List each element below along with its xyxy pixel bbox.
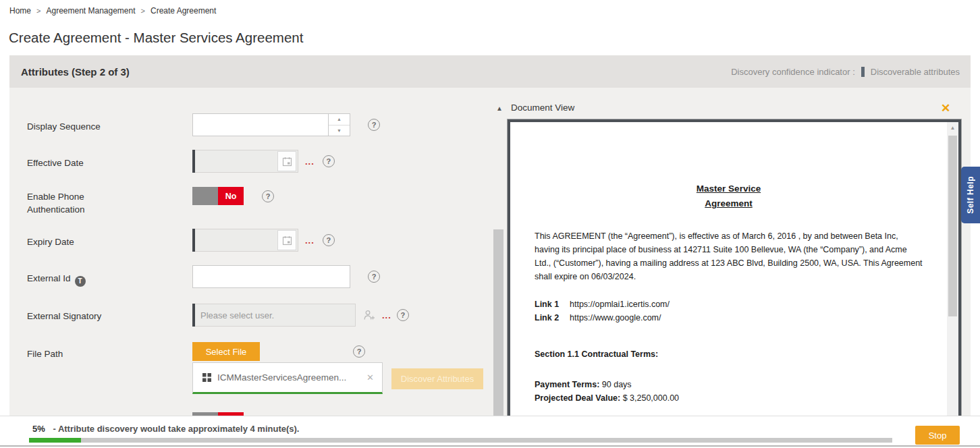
bottom-divider xyxy=(0,445,980,447)
effective-date-help-icon[interactable]: ? xyxy=(323,155,335,167)
display-sequence-control: ▲ ▼ ? xyxy=(192,113,380,136)
external-id-input[interactable] xyxy=(192,265,350,288)
display-sequence-spinner: ▲ ▼ xyxy=(329,113,350,136)
status-message: 5% - Attribute discovery would take appr… xyxy=(32,424,299,434)
selected-file-chip: ICMMasterServicesAgreemen... ✕ xyxy=(192,362,383,394)
document-content: Master Service Agreement This AGREEMENT … xyxy=(510,122,947,416)
breadcrumb-separator-icon: > xyxy=(141,7,145,15)
status-bar: 5% - Attribute discovery would take appr… xyxy=(0,416,980,448)
breadcrumb-home[interactable]: Home xyxy=(9,6,31,16)
file-path-label: File Path xyxy=(27,347,162,360)
effective-date-input[interactable] xyxy=(195,150,277,172)
file-path-help-icon[interactable]: ? xyxy=(353,345,365,358)
document-links: Link 1 https://opmlai1.icertis.com/ Link… xyxy=(535,298,923,325)
external-signatory-help-icon[interactable]: ? xyxy=(397,309,409,321)
external-id-label: External IdT xyxy=(27,272,162,287)
expiry-date-control: ... ? xyxy=(192,229,335,252)
discover-attributes-button[interactable]: Discover Attributes xyxy=(391,368,483,389)
toggle-value-label: No xyxy=(218,187,244,205)
panel-step-title: Attributes (Step 2 of 3) xyxy=(21,66,130,78)
self-help-label: Self Help xyxy=(966,176,975,214)
expiry-date-input[interactable] xyxy=(195,229,277,251)
text-type-badge-icon: T xyxy=(75,276,86,287)
legend-item-label: Discoverable attributes xyxy=(871,67,960,77)
effective-date-calendar-icon[interactable] xyxy=(277,151,296,171)
deal-value-label: Projected Deal Value: xyxy=(535,393,620,403)
document-view-collapse-icon[interactable]: ▲ xyxy=(496,105,503,112)
file-type-grid-icon xyxy=(202,373,211,382)
payment-terms-line: Payment Terms: 90 days xyxy=(535,378,923,391)
external-id-control: ? xyxy=(192,265,380,288)
toggle-off-side xyxy=(192,187,218,205)
display-sequence-help-icon[interactable]: ? xyxy=(368,119,380,131)
payment-terms-label: Payment Terms: xyxy=(535,380,599,389)
link-label: Link 1 xyxy=(535,298,570,311)
enable-phone-authentication-help-icon[interactable]: ? xyxy=(262,190,274,202)
document-view-title: Document View xyxy=(511,103,574,113)
document-heading-line1: Master Service xyxy=(697,184,761,194)
external-id-help-icon[interactable]: ? xyxy=(368,271,380,283)
document-link-row: Link 1 https://opmlai1.icertis.com/ xyxy=(535,298,923,311)
attributes-panel: Attributes (Step 2 of 3) Discovery confi… xyxy=(9,55,971,416)
document-intro-paragraph: This AGREEMENT (the “Agreement”), is eff… xyxy=(535,229,923,283)
document-scrollbar[interactable]: ▲ xyxy=(947,122,958,416)
expiry-date-field xyxy=(195,229,298,252)
form-scrollbar[interactable] xyxy=(493,229,503,416)
breadcrumb-create-agreement[interactable]: Create Agreement xyxy=(151,6,216,16)
effective-date-field xyxy=(195,150,298,173)
remove-file-icon[interactable]: ✕ xyxy=(365,371,375,384)
document-link-row: Link 2 https://www.google.com/ xyxy=(535,311,923,325)
document-heading-line2: Agreement xyxy=(705,198,753,208)
discovery-confidence-legend: Discovery confidence indicator : Discove… xyxy=(731,67,960,77)
expiry-date-more-icon[interactable]: ... xyxy=(305,235,315,246)
document-heading: Master Service Agreement xyxy=(535,181,923,211)
discoverable-attribute-marker-icon xyxy=(861,67,865,77)
payment-terms-value: 90 days xyxy=(602,380,632,389)
document-view-close-icon[interactable]: ✕ xyxy=(941,101,950,115)
file-path-control: Select File ? xyxy=(192,342,365,361)
page-title: Create Agreement - Master Services Agree… xyxy=(9,30,303,46)
deal-value-value: $ 3,250,000.00 xyxy=(623,393,679,403)
scroll-up-icon[interactable]: ▲ xyxy=(947,122,958,134)
effective-date-label: Effective Date xyxy=(27,157,162,169)
select-user-icon[interactable] xyxy=(364,310,375,320)
selected-file-name: ICMMasterServicesAgreemen... xyxy=(217,372,365,383)
enable-phone-authentication-toggle[interactable]: No xyxy=(192,187,244,205)
legend-label: Discovery confidence indicator : xyxy=(731,67,855,77)
link-url: https://opmlai1.icertis.com/ xyxy=(570,298,670,311)
deal-value-line: Projected Deal Value: $ 3,250,000.00 xyxy=(535,391,923,405)
link-url: https://www.google.com/ xyxy=(570,311,661,325)
progress-bar xyxy=(29,438,892,443)
create-agreement-page: Home > Agreement Management > Create Agr… xyxy=(0,0,980,448)
external-signatory-input[interactable] xyxy=(195,304,356,327)
expiry-date-help-icon[interactable]: ? xyxy=(323,234,335,246)
spinner-down-icon[interactable]: ▼ xyxy=(329,125,350,136)
select-file-button[interactable]: Select File xyxy=(192,342,260,361)
display-sequence-input[interactable] xyxy=(192,113,329,136)
breadcrumb: Home > Agreement Management > Create Agr… xyxy=(9,6,216,16)
progress-message-text: - Attribute discovery would take approxi… xyxy=(53,424,299,434)
external-signatory-control: ... ? xyxy=(192,304,409,327)
document-preview-frame: Master Service Agreement This AGREEMENT … xyxy=(508,119,961,416)
effective-date-more-icon[interactable]: ... xyxy=(305,157,315,167)
attributes-panel-header: Attributes (Step 2 of 3) Discovery confi… xyxy=(9,55,971,88)
document-section-1-1: Section 1.1 Contractual Terms: xyxy=(535,347,923,361)
self-help-tab[interactable]: Self Help xyxy=(961,167,980,223)
display-sequence-label: Display Sequence xyxy=(27,120,162,133)
document-scrollbar-thumb[interactable] xyxy=(948,136,957,316)
progress-fill xyxy=(29,438,81,443)
breadcrumb-agreement-management[interactable]: Agreement Management xyxy=(46,6,135,16)
external-signatory-label: External Signatory xyxy=(27,310,162,323)
external-id-label-text: External Id xyxy=(27,273,71,283)
effective-date-control: ... ? xyxy=(192,150,335,173)
enable-phone-authentication-control: No ? xyxy=(192,187,274,205)
breadcrumb-separator-icon: > xyxy=(36,7,40,15)
progress-percent-label: 5% xyxy=(32,424,45,434)
link-label: Link 2 xyxy=(535,311,570,325)
spinner-up-icon[interactable]: ▲ xyxy=(329,114,350,125)
expiry-date-label: Expiry Date xyxy=(27,235,162,248)
enable-phone-authentication-label: Enable Phone Authentication xyxy=(27,190,135,216)
stop-button[interactable]: Stop xyxy=(915,426,960,445)
expiry-date-calendar-icon[interactable] xyxy=(277,230,296,250)
external-signatory-more-icon[interactable]: ... xyxy=(382,310,391,320)
